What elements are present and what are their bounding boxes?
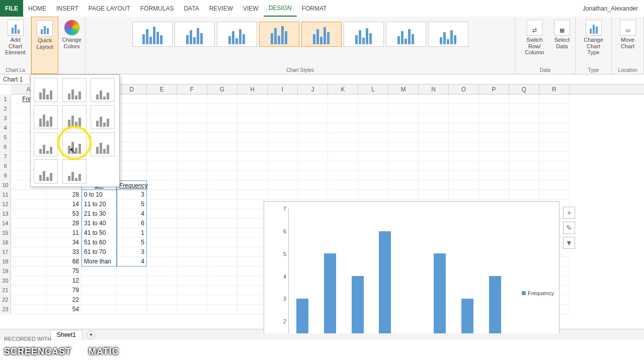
col-header-D[interactable]: D	[117, 84, 147, 94]
cell[interactable]	[237, 209, 268, 219]
cell[interactable]	[358, 171, 388, 180]
cell[interactable]	[177, 305, 207, 314]
cell[interactable]	[147, 228, 177, 238]
row-header[interactable]: 11	[0, 190, 11, 200]
cell[interactable]	[11, 266, 46, 276]
tab-view[interactable]: VIEW	[238, 0, 264, 17]
cell[interactable]	[177, 209, 207, 219]
tab-insert[interactable]: INSERT	[51, 0, 84, 17]
cell[interactable]	[237, 276, 268, 286]
change-chart-type-button[interactable]: Change Chart Type	[579, 19, 608, 57]
layout-2[interactable]	[62, 78, 87, 102]
row-header[interactable]: 12	[0, 200, 11, 209]
cell[interactable]	[177, 133, 207, 142]
tab-home[interactable]: HOME	[23, 0, 51, 17]
col-header-N[interactable]: N	[419, 84, 449, 94]
cell[interactable]	[479, 180, 509, 190]
cell[interactable]	[479, 133, 509, 142]
cell[interactable]	[388, 190, 419, 200]
col-header-M[interactable]: M	[388, 84, 419, 94]
row-header[interactable]: 21	[0, 286, 11, 295]
cell[interactable]	[388, 152, 419, 161]
cell[interactable]	[419, 104, 449, 114]
layout-3[interactable]	[91, 78, 115, 102]
cell[interactable]	[298, 152, 328, 161]
cell[interactable]: 68	[46, 257, 82, 266]
cell[interactable]	[509, 114, 539, 123]
cell[interactable]	[268, 142, 298, 152]
row-header[interactable]: 17	[0, 247, 11, 257]
add-sheet-button[interactable]: +	[87, 330, 96, 339]
cell[interactable]	[449, 161, 479, 171]
row-header[interactable]: 15	[0, 228, 11, 238]
cell[interactable]	[207, 228, 237, 238]
row-header[interactable]: 14	[0, 219, 11, 228]
cell[interactable]	[177, 257, 207, 266]
cell[interactable]	[117, 305, 147, 314]
cell[interactable]: 29	[46, 219, 82, 228]
cell[interactable]	[11, 295, 46, 305]
move-chart-button[interactable]: ▭ Move Chart	[618, 19, 638, 50]
col-header-J[interactable]: J	[298, 84, 328, 94]
cell[interactable]	[449, 123, 479, 133]
cell[interactable]	[479, 95, 509, 104]
cell[interactable]	[177, 286, 207, 295]
cell[interactable]	[358, 114, 388, 123]
cell[interactable]	[82, 286, 117, 295]
cell[interactable]	[11, 200, 46, 209]
cell[interactable]: 14	[46, 200, 82, 209]
layout-5[interactable]	[62, 105, 87, 129]
cell[interactable]	[207, 209, 237, 219]
cell[interactable]	[207, 95, 237, 104]
cell[interactable]	[147, 171, 177, 180]
col-header-R[interactable]: R	[539, 84, 570, 94]
layout-6[interactable]	[91, 105, 115, 129]
cell[interactable]	[117, 276, 147, 286]
cell[interactable]	[147, 190, 177, 200]
cell[interactable]	[237, 142, 268, 152]
cell[interactable]	[237, 171, 268, 180]
cell[interactable]	[177, 104, 207, 114]
cell[interactable]	[117, 286, 147, 295]
cell[interactable]	[177, 238, 207, 247]
cell[interactable]	[237, 133, 268, 142]
cell[interactable]	[207, 286, 237, 295]
col-header-Q[interactable]: Q	[509, 84, 539, 94]
cell[interactable]	[268, 95, 298, 104]
cell[interactable]	[539, 180, 570, 190]
cell[interactable]	[298, 95, 328, 104]
cell[interactable]	[388, 142, 419, 152]
cell[interactable]	[177, 219, 207, 228]
chart-style-5[interactable]	[301, 22, 342, 47]
chart-elements-button[interactable]: +	[563, 207, 575, 219]
chart-styles-button[interactable]: ✎	[563, 222, 575, 234]
cell[interactable]	[11, 190, 46, 200]
name-box[interactable]: Chart 1	[0, 76, 30, 83]
cell[interactable]	[147, 257, 177, 266]
cell[interactable]	[328, 161, 358, 171]
cell[interactable]	[328, 152, 358, 161]
cell[interactable]	[117, 123, 147, 133]
cell[interactable]: 11	[46, 228, 82, 238]
select-data-button[interactable]: ▦ Select Data	[552, 19, 572, 57]
cell[interactable]	[207, 104, 237, 114]
cell[interactable]	[449, 133, 479, 142]
cell[interactable]	[358, 152, 388, 161]
row-header[interactable]: 19	[0, 266, 11, 276]
cell[interactable]	[237, 247, 268, 257]
cell[interactable]	[177, 95, 207, 104]
cell[interactable]	[479, 161, 509, 171]
cell[interactable]	[539, 123, 570, 133]
cell[interactable]	[11, 305, 46, 314]
cell[interactable]	[449, 180, 479, 190]
cell[interactable]	[268, 114, 298, 123]
sheet-tab-1[interactable]: Sheet1	[50, 330, 83, 339]
cell[interactable]	[207, 180, 237, 190]
cell[interactable]	[147, 142, 177, 152]
col-header-E[interactable]: E	[147, 84, 177, 94]
cell[interactable]	[328, 171, 358, 180]
chart-bar[interactable]	[352, 276, 364, 333]
cell[interactable]	[147, 123, 177, 133]
cell[interactable]	[237, 295, 268, 305]
cell[interactable]	[147, 209, 177, 219]
